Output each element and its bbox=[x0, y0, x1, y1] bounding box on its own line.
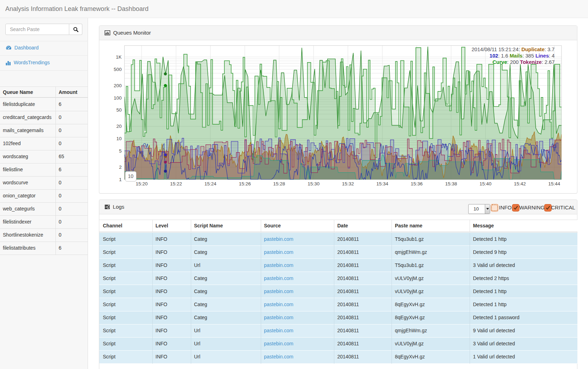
svg-text:10: 10 bbox=[116, 136, 122, 141]
svg-text:15:40: 15:40 bbox=[480, 181, 492, 186]
svg-text:15:34: 15:34 bbox=[376, 181, 388, 186]
svg-text:15:42: 15:42 bbox=[514, 181, 526, 186]
svg-text:50: 50 bbox=[116, 107, 122, 113]
svg-text:15:24: 15:24 bbox=[205, 181, 217, 186]
svg-text:2: 2 bbox=[119, 165, 122, 170]
svg-text:15:44: 15:44 bbox=[548, 181, 560, 186]
svg-text:20: 20 bbox=[116, 124, 122, 129]
svg-text:15:36: 15:36 bbox=[411, 181, 423, 186]
svg-text:15:20: 15:20 bbox=[136, 181, 148, 186]
svg-text:15:28: 15:28 bbox=[273, 181, 285, 186]
svg-text:5: 5 bbox=[119, 148, 122, 154]
svg-text:15:30: 15:30 bbox=[308, 181, 320, 186]
svg-text:15:26: 15:26 bbox=[239, 181, 251, 186]
svg-text:100: 100 bbox=[114, 95, 122, 101]
svg-text:15:22: 15:22 bbox=[170, 181, 182, 186]
svg-text:1: 1 bbox=[119, 177, 122, 182]
svg-text:15:32: 15:32 bbox=[342, 181, 354, 186]
svg-text:1K: 1K bbox=[116, 54, 122, 60]
svg-text:15:38: 15:38 bbox=[445, 181, 457, 186]
svg-text:500: 500 bbox=[114, 67, 122, 72]
svg-text:200: 200 bbox=[114, 83, 122, 88]
